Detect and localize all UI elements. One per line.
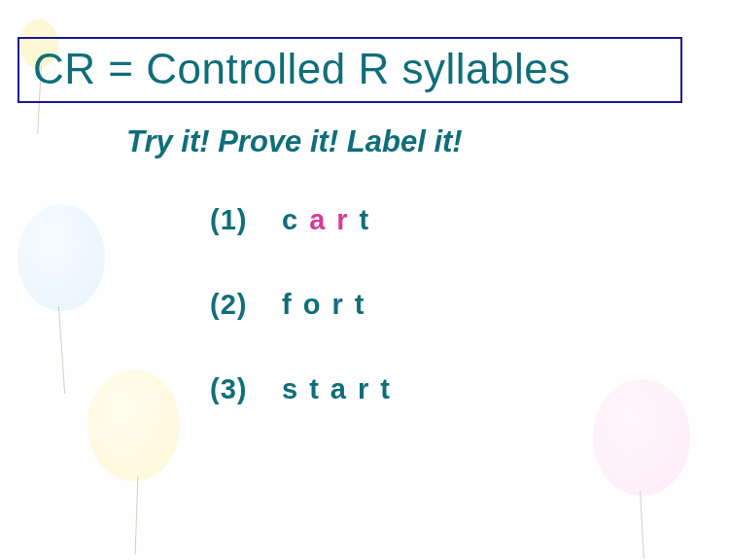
word-row: (1)cart: [210, 204, 730, 236]
letter: t: [360, 204, 381, 235]
letter: r: [358, 373, 380, 404]
letter: t: [380, 373, 401, 404]
letter: f: [282, 289, 303, 320]
word-row: (3)start: [210, 373, 730, 405]
item-number: (2): [210, 289, 282, 321]
letter: o: [303, 289, 332, 320]
slide-title: CR = Controlled R syllables: [33, 45, 571, 92]
letter: c: [282, 204, 309, 235]
letter: r: [331, 289, 354, 320]
word-letters: start: [282, 373, 401, 404]
slide-subtitle: Try it! Prove it! Label it!: [126, 124, 730, 159]
word-row: (2)fort: [210, 289, 730, 321]
word-letters: cart: [282, 204, 380, 235]
letter: s: [282, 373, 309, 404]
title-box: CR = Controlled R syllables: [17, 37, 682, 103]
balloon-string: [640, 491, 644, 559]
letter: t: [309, 373, 330, 404]
letter: t: [355, 289, 376, 320]
balloon-string: [135, 476, 139, 554]
item-number: (3): [210, 373, 282, 405]
letter: a: [309, 204, 336, 235]
word-list: (1)cart(2)fort(3)start: [0, 204, 730, 405]
item-number: (1): [210, 204, 282, 236]
word-letters: fort: [282, 289, 375, 320]
letter: r: [336, 204, 359, 235]
slide-content: CR = Controlled R syllables Try it! Prov…: [0, 0, 730, 405]
letter: a: [330, 373, 358, 404]
